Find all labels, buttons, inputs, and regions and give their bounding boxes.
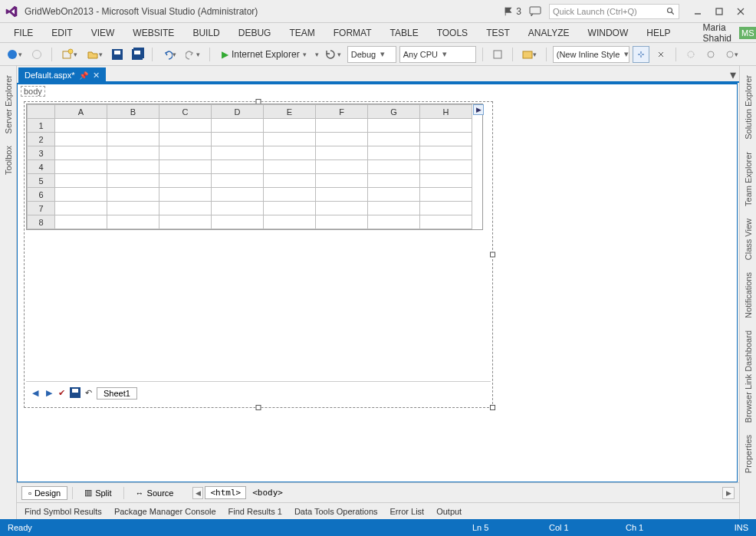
css-reuse-button[interactable] xyxy=(652,46,669,63)
grid-cell[interactable] xyxy=(264,146,316,160)
grid-cell[interactable] xyxy=(55,133,107,146)
grid-cell[interactable] xyxy=(420,119,472,133)
menu-view[interactable]: VIEW xyxy=(82,25,124,41)
grid-cell[interactable] xyxy=(107,174,159,188)
toolbox-button[interactable] xyxy=(489,46,506,63)
css-target-rule-button[interactable] xyxy=(633,46,649,63)
save-all-button[interactable] xyxy=(129,46,146,63)
menu-team[interactable]: TEAM xyxy=(280,25,324,41)
grid-cell[interactable] xyxy=(264,215,316,229)
grid-cell[interactable] xyxy=(212,188,264,202)
menu-website[interactable]: WEBSITE xyxy=(123,25,183,41)
open-file-button[interactable]: ▾ xyxy=(84,46,106,63)
page-prev-button[interactable]: ◀ xyxy=(31,388,40,398)
grid-cell[interactable] xyxy=(368,202,420,215)
row-header[interactable]: 4 xyxy=(28,160,55,174)
grid-cell[interactable] xyxy=(55,174,107,188)
grid-cell[interactable] xyxy=(212,119,264,133)
grid-cell[interactable] xyxy=(264,174,316,188)
properties-tab[interactable]: Properties xyxy=(742,430,754,478)
grid-cell[interactable] xyxy=(107,215,159,229)
save-grid-button[interactable] xyxy=(70,387,81,400)
col-header[interactable]: G xyxy=(368,105,420,119)
breadcrumb-prev[interactable]: ◀ xyxy=(192,487,203,499)
col-header[interactable]: H xyxy=(420,105,472,119)
col-header[interactable]: D xyxy=(212,105,264,119)
grid-cell[interactable] xyxy=(316,146,368,160)
view-source-tab[interactable]: ↔ Source xyxy=(129,486,181,500)
menu-edit[interactable]: EDIT xyxy=(42,25,81,41)
maximize-button[interactable] xyxy=(708,3,730,20)
view-split-tab[interactable]: ▥ Split xyxy=(77,485,118,500)
document-list-dropdown[interactable]: ▾ xyxy=(727,67,739,83)
grid-cell[interactable] xyxy=(316,133,368,146)
grid-cell[interactable] xyxy=(368,133,420,146)
tab-error-list[interactable]: Error List xyxy=(390,507,425,516)
grid-cell[interactable] xyxy=(159,119,212,133)
design-surface[interactable]: body ▶ A B C D E xyxy=(17,83,738,482)
row-header[interactable]: 7 xyxy=(28,202,55,215)
grid-cell[interactable] xyxy=(264,133,316,146)
solution-platform-dropdown[interactable]: Any CPU▾ xyxy=(399,46,476,63)
page-next-button[interactable]: ▶ xyxy=(44,388,54,398)
redo-button[interactable]: ▾ xyxy=(182,46,203,63)
feedback-icon[interactable] xyxy=(529,6,541,17)
server-explorer-tab[interactable]: Server Explorer xyxy=(2,71,15,138)
col-header[interactable]: E xyxy=(264,105,316,119)
menu-tools[interactable]: TOOLS xyxy=(428,25,477,41)
grid-cell[interactable] xyxy=(212,146,264,160)
gridweb-control[interactable]: ▶ A B C D E F G H xyxy=(26,104,483,230)
menu-analyze[interactable]: ANALYZE xyxy=(519,25,579,41)
close-button[interactable] xyxy=(730,3,751,20)
breadcrumb-body[interactable]: <body> xyxy=(248,487,288,498)
grid-cell[interactable] xyxy=(420,133,472,146)
menu-help[interactable]: HELP xyxy=(637,25,679,41)
tab-find-symbol-results[interactable]: Find Symbol Results xyxy=(25,507,102,516)
menu-window[interactable]: WINDOW xyxy=(579,25,638,41)
row-header[interactable]: 2 xyxy=(28,133,55,146)
grid-cell[interactable] xyxy=(107,160,159,174)
grid-cell[interactable] xyxy=(55,160,107,174)
smart-tag-button[interactable]: ▶ xyxy=(473,104,484,115)
row-header[interactable]: 6 xyxy=(28,188,55,202)
grid-cell[interactable] xyxy=(212,215,264,229)
menu-build[interactable]: BUILD xyxy=(183,25,228,41)
grid-cell[interactable] xyxy=(368,188,420,202)
grid-cell[interactable] xyxy=(212,202,264,215)
grid-cell[interactable] xyxy=(264,202,316,215)
style-dropdown[interactable]: (New Inline Style▾ xyxy=(553,46,629,63)
browser-refresh-button[interactable]: ▾ xyxy=(322,46,344,63)
grid-cell[interactable] xyxy=(368,146,420,160)
team-explorer-tab[interactable]: Team Explorer xyxy=(742,147,754,211)
signed-in-user[interactable]: Maria Shahid xyxy=(698,22,736,44)
col-header[interactable]: F xyxy=(316,105,368,119)
resize-handle-e[interactable] xyxy=(490,252,495,258)
menu-file[interactable]: FILE xyxy=(5,25,42,41)
ext2-button[interactable] xyxy=(702,46,719,63)
quick-launch-input[interactable]: Quick Launch (Ctrl+Q) xyxy=(549,4,679,19)
class-view-tab[interactable]: Class View xyxy=(742,214,754,265)
grid-cell[interactable] xyxy=(316,188,368,202)
menu-table[interactable]: TABLE xyxy=(381,25,428,41)
solution-explorer-tab[interactable]: Solution Explorer xyxy=(742,71,754,144)
grid-cell[interactable] xyxy=(420,202,472,215)
new-project-button[interactable]: ▾ xyxy=(58,46,81,63)
grid-corner[interactable] xyxy=(28,105,55,119)
tab-find-results-1[interactable]: Find Results 1 xyxy=(228,507,282,516)
close-tab-icon[interactable]: ✕ xyxy=(93,71,100,81)
grid-cell[interactable] xyxy=(159,215,212,229)
notifications-tab[interactable]: Notifications xyxy=(742,268,754,323)
view-design-tab[interactable]: ▫ Design xyxy=(21,486,67,500)
minimize-button[interactable] xyxy=(687,3,708,20)
pin-icon[interactable]: 📌 xyxy=(79,71,88,80)
grid-cell[interactable] xyxy=(420,215,472,229)
notifications-flag[interactable]: 3 xyxy=(504,6,521,17)
grid-cell[interactable] xyxy=(159,188,212,202)
grid-cell[interactable] xyxy=(264,188,316,202)
tab-output[interactable]: Output xyxy=(436,507,462,516)
user-initials-badge[interactable]: MS xyxy=(739,27,756,39)
grid-cell[interactable] xyxy=(159,146,212,160)
save-button[interactable] xyxy=(109,46,126,63)
grid-cell[interactable] xyxy=(212,133,264,146)
undo-grid-button[interactable]: ↶ xyxy=(85,388,92,398)
